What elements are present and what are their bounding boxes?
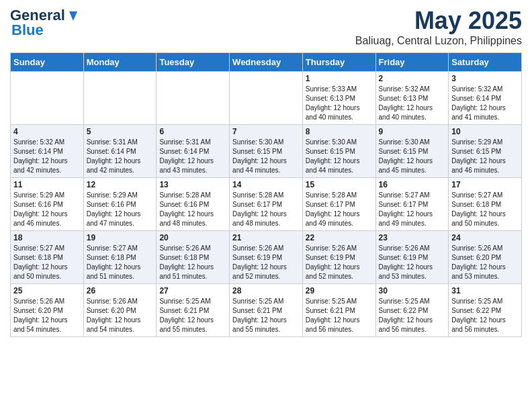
day-cell: 13Sunrise: 5:28 AM Sunset: 6:16 PM Dayli… [157,178,230,231]
day-info: Sunrise: 5:30 AM Sunset: 6:15 PM Dayligh… [306,138,373,175]
day-number: 28 [232,286,300,295]
day-cell: 20Sunrise: 5:26 AM Sunset: 6:18 PM Dayli… [157,231,230,284]
col-header-tuesday: Tuesday [157,53,230,72]
day-info: Sunrise: 5:25 AM Sunset: 6:21 PM Dayligh… [232,297,300,334]
day-info: Sunrise: 5:32 AM Sunset: 6:13 PM Dayligh… [379,85,446,122]
day-cell: 26Sunrise: 5:26 AM Sunset: 6:20 PM Dayli… [83,284,157,337]
day-info: Sunrise: 5:28 AM Sunset: 6:16 PM Dayligh… [159,191,226,228]
day-cell: 30Sunrise: 5:25 AM Sunset: 6:22 PM Dayli… [375,284,449,337]
day-cell [83,72,157,125]
day-info: Sunrise: 5:26 AM Sunset: 6:19 PM Dayligh… [232,244,300,281]
day-cell: 14Sunrise: 5:28 AM Sunset: 6:17 PM Dayli… [230,178,303,231]
day-info: Sunrise: 5:28 AM Sunset: 6:17 PM Dayligh… [232,191,300,228]
day-info: Sunrise: 5:32 AM Sunset: 6:14 PM Dayligh… [13,138,81,175]
day-number: 19 [87,233,154,242]
day-info: Sunrise: 5:29 AM Sunset: 6:16 PM Dayligh… [13,191,81,228]
day-number: 17 [451,180,519,189]
day-info: Sunrise: 5:27 AM Sunset: 6:18 PM Dayligh… [451,191,519,228]
day-number: 15 [306,180,373,189]
day-number: 13 [159,180,226,189]
day-cell: 29Sunrise: 5:25 AM Sunset: 6:21 PM Dayli… [302,284,375,337]
day-info: Sunrise: 5:26 AM Sunset: 6:20 PM Dayligh… [451,244,519,281]
day-number: 7 [232,127,300,136]
day-number: 3 [451,74,519,83]
day-info: Sunrise: 5:25 AM Sunset: 6:21 PM Dayligh… [306,297,373,334]
day-number: 25 [13,286,81,295]
day-cell: 6Sunrise: 5:31 AM Sunset: 6:14 PM Daylig… [157,125,230,178]
day-number: 1 [306,74,373,83]
month-title: May 2025 [355,7,522,35]
day-cell: 16Sunrise: 5:27 AM Sunset: 6:17 PM Dayli… [375,178,449,231]
day-cell: 18Sunrise: 5:27 AM Sunset: 6:18 PM Dayli… [11,231,84,284]
day-cell: 9Sunrise: 5:30 AM Sunset: 6:15 PM Daylig… [375,125,449,178]
day-info: Sunrise: 5:32 AM Sunset: 6:14 PM Dayligh… [451,85,519,122]
day-number: 26 [87,286,154,295]
col-header-thursday: Thursday [302,53,375,72]
svg-marker-0 [69,11,77,21]
day-number: 18 [13,233,81,242]
day-cell: 31Sunrise: 5:25 AM Sunset: 6:22 PM Dayli… [449,284,522,337]
day-info: Sunrise: 5:31 AM Sunset: 6:14 PM Dayligh… [159,138,226,175]
day-number: 4 [13,127,81,136]
day-cell: 7Sunrise: 5:30 AM Sunset: 6:15 PM Daylig… [230,125,303,178]
day-number: 29 [306,286,373,295]
header-row: SundayMondayTuesdayWednesdayThursdayFrid… [11,53,522,72]
day-number: 23 [379,233,446,242]
week-row-5: 25Sunrise: 5:26 AM Sunset: 6:20 PM Dayli… [11,284,522,337]
day-cell [11,72,84,125]
day-info: Sunrise: 5:27 AM Sunset: 6:18 PM Dayligh… [13,244,81,281]
day-cell: 21Sunrise: 5:26 AM Sunset: 6:19 PM Dayli… [230,231,303,284]
day-cell: 8Sunrise: 5:30 AM Sunset: 6:15 PM Daylig… [302,125,375,178]
day-info: Sunrise: 5:30 AM Sunset: 6:15 PM Dayligh… [232,138,300,175]
logo: General Blue [10,7,81,39]
day-cell: 27Sunrise: 5:25 AM Sunset: 6:21 PM Dayli… [157,284,230,337]
day-number: 24 [451,233,519,242]
day-number: 27 [159,286,226,295]
day-number: 10 [451,127,519,136]
day-number: 5 [87,127,154,136]
day-info: Sunrise: 5:26 AM Sunset: 6:19 PM Dayligh… [306,244,373,281]
logo-arrow-icon [66,9,81,24]
day-number: 20 [159,233,226,242]
day-cell: 22Sunrise: 5:26 AM Sunset: 6:19 PM Dayli… [302,231,375,284]
day-info: Sunrise: 5:26 AM Sunset: 6:20 PM Dayligh… [13,297,81,334]
day-cell: 11Sunrise: 5:29 AM Sunset: 6:16 PM Dayli… [11,178,84,231]
day-info: Sunrise: 5:29 AM Sunset: 6:16 PM Dayligh… [87,191,154,228]
day-number: 30 [379,286,446,295]
header: General Blue May 2025 Baliuag, Central L… [10,7,522,47]
day-number: 31 [451,286,519,295]
day-number: 14 [232,180,300,189]
title-area: May 2025 Baliuag, Central Luzon, Philipp… [355,7,522,47]
day-info: Sunrise: 5:30 AM Sunset: 6:15 PM Dayligh… [379,138,446,175]
week-row-2: 4Sunrise: 5:32 AM Sunset: 6:14 PM Daylig… [11,125,522,178]
day-info: Sunrise: 5:27 AM Sunset: 6:17 PM Dayligh… [379,191,446,228]
col-header-wednesday: Wednesday [230,53,303,72]
day-info: Sunrise: 5:25 AM Sunset: 6:22 PM Dayligh… [451,297,519,334]
col-header-sunday: Sunday [11,53,84,72]
day-cell [230,72,303,125]
day-info: Sunrise: 5:25 AM Sunset: 6:21 PM Dayligh… [159,297,226,334]
day-info: Sunrise: 5:31 AM Sunset: 6:14 PM Dayligh… [87,138,154,175]
day-cell: 23Sunrise: 5:26 AM Sunset: 6:19 PM Dayli… [375,231,449,284]
day-cell: 5Sunrise: 5:31 AM Sunset: 6:14 PM Daylig… [83,125,157,178]
day-info: Sunrise: 5:26 AM Sunset: 6:19 PM Dayligh… [379,244,446,281]
day-cell: 19Sunrise: 5:27 AM Sunset: 6:18 PM Dayli… [83,231,157,284]
day-cell: 24Sunrise: 5:26 AM Sunset: 6:20 PM Dayli… [449,231,522,284]
page: General Blue May 2025 Baliuag, Central L… [0,0,532,344]
day-number: 2 [379,74,446,83]
day-cell: 4Sunrise: 5:32 AM Sunset: 6:14 PM Daylig… [11,125,84,178]
day-info: Sunrise: 5:26 AM Sunset: 6:18 PM Dayligh… [159,244,226,281]
day-cell: 2Sunrise: 5:32 AM Sunset: 6:13 PM Daylig… [375,72,449,125]
week-row-4: 18Sunrise: 5:27 AM Sunset: 6:18 PM Dayli… [11,231,522,284]
week-row-1: 1Sunrise: 5:33 AM Sunset: 6:13 PM Daylig… [11,72,522,125]
day-info: Sunrise: 5:28 AM Sunset: 6:17 PM Dayligh… [306,191,373,228]
day-number: 21 [232,233,300,242]
day-number: 9 [379,127,446,136]
logo-blue-text: Blue [10,21,44,39]
day-info: Sunrise: 5:25 AM Sunset: 6:22 PM Dayligh… [379,297,446,334]
day-info: Sunrise: 5:29 AM Sunset: 6:15 PM Dayligh… [451,138,519,175]
day-cell: 28Sunrise: 5:25 AM Sunset: 6:21 PM Dayli… [230,284,303,337]
day-number: 16 [379,180,446,189]
day-number: 6 [159,127,226,136]
day-cell [157,72,230,125]
